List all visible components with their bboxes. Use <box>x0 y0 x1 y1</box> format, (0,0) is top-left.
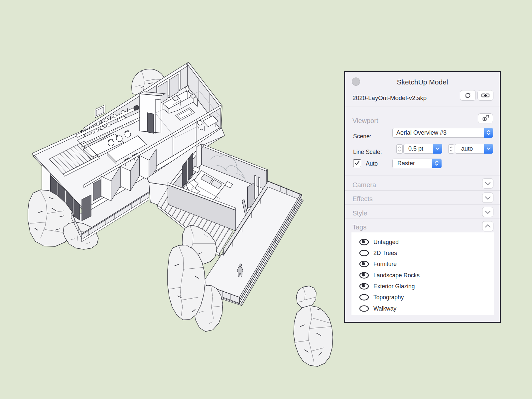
svg-text:Landscape Rocks: Landscape Rocks <box>373 272 420 279</box>
svg-text:Walkway: Walkway <box>373 305 397 312</box>
svg-text:Exterior Glazing: Exterior Glazing <box>373 283 415 290</box>
svg-text:Topography: Topography <box>373 294 404 301</box>
svg-text:Furniture: Furniture <box>373 261 397 267</box>
svg-text:Untagged: Untagged <box>373 239 399 245</box>
svg-text:2D Trees: 2D Trees <box>373 250 397 256</box>
